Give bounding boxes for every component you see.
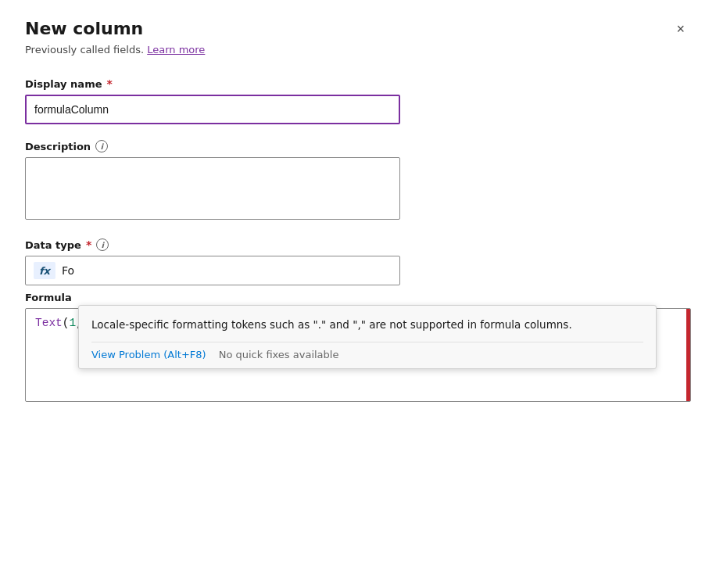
tooltip-popup: Locale-specific formatting tokens such a… [78, 305, 657, 369]
description-section: Description i [25, 140, 691, 223]
display-name-label: Display name * [25, 77, 691, 90]
data-type-info-icon[interactable]: i [96, 238, 109, 251]
dialog-title: New column [25, 19, 143, 38]
no-quick-fixes-label: No quick fixes available [219, 349, 339, 360]
error-bar [686, 309, 690, 401]
view-problem-link[interactable]: View Problem (Alt+F8) [91, 349, 206, 360]
new-column-dialog: New column × Previously called fields. L… [0, 0, 716, 588]
description-label: Description i [25, 140, 691, 152]
data-type-required-star: * [86, 238, 91, 251]
tooltip-message: Locale-specific formatting tokens such a… [91, 317, 643, 332]
tooltip-actions: View Problem (Alt+F8) No quick fixes ava… [91, 342, 643, 368]
description-info-icon[interactable]: i [95, 140, 108, 152]
data-type-value: Fo [62, 264, 74, 277]
required-star: * [107, 77, 113, 90]
dialog-subtitle: Previously called fields. Learn more [25, 44, 691, 56]
formula-label: Formula [25, 292, 691, 303]
close-button[interactable]: × [670, 19, 691, 39]
display-name-section: Display name * [25, 77, 691, 124]
dialog-header: New column × [25, 19, 691, 39]
data-type-section: Data type * i fx Fo [25, 238, 691, 285]
display-name-input[interactable] [25, 95, 400, 124]
fx-icon: fx [34, 262, 55, 279]
data-type-selector[interactable]: fx Fo [25, 256, 400, 285]
description-input[interactable] [25, 157, 400, 220]
data-type-wrapper: fx Fo [25, 256, 691, 285]
data-type-label: Data type * i [25, 238, 691, 251]
learn-more-link[interactable]: Learn more [147, 44, 205, 56]
